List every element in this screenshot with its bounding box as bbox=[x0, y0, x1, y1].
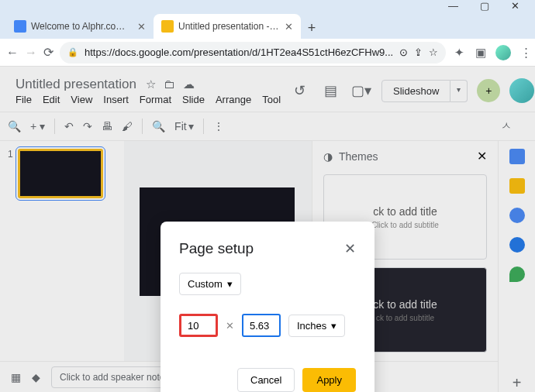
menu-file[interactable]: File bbox=[16, 94, 32, 105]
preset-label: Custom bbox=[188, 278, 223, 290]
extensions-icon[interactable]: ✦ bbox=[452, 46, 466, 60]
bookmark-star-icon[interactable]: ☆ bbox=[429, 46, 438, 58]
slide-number: 1 bbox=[8, 149, 13, 198]
menu-arrange[interactable]: Arrange bbox=[216, 94, 251, 105]
comments-icon[interactable]: ▤ bbox=[319, 82, 341, 99]
profile-avatar-icon[interactable] bbox=[495, 45, 511, 60]
back-button[interactable]: ← bbox=[6, 43, 19, 62]
search-icon[interactable]: ⊙ bbox=[399, 46, 408, 58]
theme-subtitle: ck to add subtitle bbox=[376, 314, 434, 322]
explore-icon[interactable]: ◆ bbox=[32, 371, 40, 383]
slideshow-button[interactable]: Slideshow bbox=[381, 80, 450, 102]
collapse-toolbar-icon[interactable]: ㅅ bbox=[501, 119, 512, 133]
menu-slide[interactable]: Slide bbox=[182, 94, 205, 105]
paint-format-icon[interactable]: 🖌 bbox=[122, 120, 133, 132]
close-window-button[interactable]: ✕ bbox=[511, 0, 519, 12]
tab-title: Welcome to Alphr.com - Google bbox=[31, 21, 133, 32]
send-icon[interactable]: ⇪ bbox=[414, 46, 423, 58]
browser-tab-1[interactable]: Untitled presentation - Google S ✕ bbox=[154, 14, 301, 39]
more-tools-icon[interactable]: ⋮ bbox=[213, 120, 224, 132]
minimize-button[interactable]: — bbox=[448, 0, 458, 12]
add-addon-icon[interactable]: + bbox=[513, 374, 522, 392]
zoom-label: Fit bbox=[174, 120, 187, 132]
forward-button[interactable]: → bbox=[25, 43, 37, 62]
tasks-icon[interactable] bbox=[509, 208, 525, 223]
cloud-status-icon[interactable]: ☁ bbox=[183, 77, 195, 91]
chrome-menu-icon[interactable]: ⋮ bbox=[519, 46, 533, 60]
print-icon[interactable]: 🖶 bbox=[102, 120, 112, 132]
side-rail: + bbox=[498, 141, 535, 392]
close-dialog-icon[interactable]: ✕ bbox=[344, 240, 356, 257]
tab-strip: Welcome to Alphr.com - Google ✕ Untitled… bbox=[0, 11, 535, 39]
favicon-icon bbox=[14, 20, 26, 33]
theme-title: ck to add title bbox=[373, 205, 437, 218]
apply-button[interactable]: Apply bbox=[302, 368, 356, 392]
document-title[interactable]: Untitled presentation bbox=[16, 77, 136, 92]
theme-title: ck to add title bbox=[373, 298, 437, 311]
close-tab-icon[interactable]: ✕ bbox=[137, 21, 146, 33]
menu-tools[interactable]: Tool bbox=[262, 94, 281, 105]
cancel-button[interactable]: Cancel bbox=[237, 368, 295, 392]
slide-thumbnail[interactable] bbox=[18, 149, 103, 198]
height-input[interactable] bbox=[242, 314, 281, 337]
multiply-icon: ✕ bbox=[226, 320, 234, 332]
extension-icon[interactable]: ▣ bbox=[474, 46, 488, 60]
themes-icon: ◑ bbox=[323, 150, 333, 163]
menu-bar: File Edit View Insert Format Slide Arran… bbox=[16, 94, 281, 105]
keep-icon[interactable] bbox=[509, 178, 525, 194]
width-input[interactable] bbox=[179, 314, 218, 337]
maps-icon[interactable] bbox=[509, 266, 525, 282]
page-setup-dialog: Page setup ✕ Custom▾ ✕ Inches▾ Cancel Ap… bbox=[160, 222, 374, 392]
meet-icon[interactable]: ▢▾ bbox=[350, 82, 372, 99]
theme-subtitle: Click to add subtitle bbox=[371, 221, 439, 229]
toolbar: 🔍 + ▾ ↶ ↷ 🖶 🖌 🔍 Fit ▾ ⋮ ㅅ bbox=[0, 112, 535, 141]
address-bar: ← → ⟳ 🔒 https://docs.google.com/presenta… bbox=[0, 39, 535, 67]
close-tab-icon[interactable]: ✕ bbox=[285, 21, 293, 33]
new-tab-button[interactable]: + bbox=[301, 17, 323, 39]
redo-icon[interactable]: ↷ bbox=[83, 120, 92, 132]
url-text: https://docs.google.com/presentation/d/1… bbox=[85, 46, 393, 58]
menu-insert[interactable]: Insert bbox=[103, 94, 129, 105]
app-header: Untitled presentation ☆ 🗀 ☁ File Edit Vi… bbox=[0, 67, 535, 112]
preset-dropdown[interactable]: Custom▾ bbox=[179, 273, 241, 295]
move-icon[interactable]: 🗀 bbox=[164, 77, 175, 91]
version-history-icon[interactable]: ↺ bbox=[288, 82, 310, 99]
slide-filmstrip: 1 bbox=[0, 141, 124, 392]
search-tool-icon[interactable]: 🔍 bbox=[8, 120, 21, 132]
unit-label: Inches bbox=[297, 320, 326, 332]
url-input[interactable]: 🔒 https://docs.google.com/presentation/d… bbox=[60, 42, 446, 64]
account-avatar[interactable] bbox=[509, 78, 534, 103]
reload-button[interactable]: ⟳ bbox=[43, 43, 54, 62]
calendar-icon[interactable] bbox=[509, 149, 525, 164]
share-button[interactable]: + bbox=[477, 79, 500, 102]
menu-format[interactable]: Format bbox=[140, 94, 171, 105]
tab-title: Untitled presentation - Google S bbox=[178, 21, 280, 32]
chevron-down-icon: ▾ bbox=[227, 278, 233, 290]
zoom-dropdown[interactable]: Fit ▾ bbox=[174, 120, 194, 132]
slideshow-dropdown[interactable]: ▾ bbox=[450, 80, 468, 102]
contacts-icon[interactable] bbox=[509, 237, 525, 253]
maximize-button[interactable]: ▢ bbox=[480, 0, 489, 12]
unit-dropdown[interactable]: Inches▾ bbox=[288, 315, 345, 337]
lock-icon: 🔒 bbox=[67, 47, 78, 57]
dialog-title: Page setup bbox=[179, 240, 254, 257]
share-plus-icon: + bbox=[485, 84, 492, 97]
chevron-down-icon: ▾ bbox=[331, 320, 337, 332]
grid-view-icon[interactable]: ▦ bbox=[11, 371, 21, 383]
close-themes-icon[interactable]: ✕ bbox=[477, 149, 487, 163]
star-icon[interactable]: ☆ bbox=[146, 77, 156, 91]
menu-view[interactable]: View bbox=[71, 94, 92, 105]
zoom-tool-icon[interactable]: 🔍 bbox=[152, 120, 165, 132]
favicon-icon bbox=[161, 20, 174, 33]
undo-icon[interactable]: ↶ bbox=[64, 120, 74, 132]
browser-tab-0[interactable]: Welcome to Alphr.com - Google ✕ bbox=[6, 14, 154, 39]
new-slide-button[interactable]: + ▾ bbox=[30, 120, 45, 132]
menu-edit[interactable]: Edit bbox=[43, 94, 60, 105]
themes-label: Themes bbox=[339, 150, 378, 163]
